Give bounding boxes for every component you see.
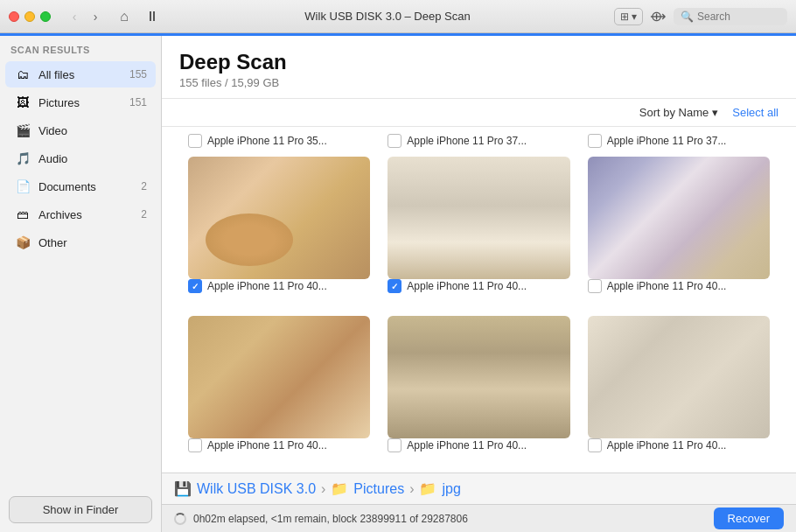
breadcrumb-drive[interactable]: Wilk USB DISK 3.0: [197, 481, 316, 497]
grid-row-2: Apple iPhone 11 Pro 40... Apple iPhone 1…: [179, 307, 779, 466]
breadcrumb-jpg[interactable]: jpg: [442, 481, 460, 497]
file-checkbox-4[interactable]: [188, 438, 202, 452]
show-in-finder-button[interactable]: Show in Finder: [9, 496, 152, 523]
page-title: Deep Scan: [179, 50, 779, 74]
file-name-5: Apple iPhone 11 Pro 40...: [407, 439, 527, 452]
sidebar-item-pictures[interactable]: 🖼 Pictures 151: [5, 89, 156, 116]
folder-icon-1: 📁: [331, 480, 348, 497]
content-toolbar: Sort by Name ▾ Select all: [162, 99, 796, 127]
list-item[interactable]: Apple iPhone 11 Pro 40...: [179, 307, 379, 466]
pictures-icon: 🖼: [14, 94, 31, 111]
file-name-3: Apple iPhone 11 Pro 40...: [607, 280, 727, 292]
sidebar-item-documents[interactable]: 📄 Documents 2: [5, 173, 156, 200]
list-item[interactable]: Apple iPhone 11 Pro 40...: [379, 307, 578, 466]
checkbox-partial-3[interactable]: [588, 134, 602, 148]
other-icon: 📦: [14, 234, 31, 251]
file-checkbox-5[interactable]: [388, 438, 401, 452]
breadcrumb-pictures[interactable]: Pictures: [353, 481, 404, 497]
sidebar-label-documents: Documents: [38, 180, 134, 193]
file-checkbox-1[interactable]: [188, 279, 202, 293]
video-icon: 🎬: [14, 122, 31, 139]
filter-button[interactable]: ⟴: [650, 8, 667, 24]
file-name-2: Apple iPhone 11 Pro 40...: [407, 280, 527, 292]
sort-button[interactable]: Sort by Name ▾: [639, 106, 718, 119]
sidebar-header: Scan results: [0, 36, 161, 60]
list-item[interactable]: Apple iPhone 11 Pro 40...: [579, 148, 779, 307]
titlebar-controls: ⊞ ▾ ⟴ 🔍: [614, 8, 787, 25]
pause-icon: ⏸: [145, 9, 159, 24]
sidebar-item-archives[interactable]: 🗃 Archives 2: [5, 201, 156, 228]
file-name-4: Apple iPhone 11 Pro 40...: [207, 439, 327, 452]
select-all-button[interactable]: Select all: [732, 106, 779, 119]
maximize-button[interactable]: [40, 11, 51, 22]
minimize-button[interactable]: [24, 11, 35, 22]
list-item[interactable]: Apple iPhone 11 Pro 40...: [179, 148, 379, 307]
close-button[interactable]: [9, 11, 19, 22]
view-button[interactable]: ⊞ ▾: [614, 8, 643, 25]
partial-item-3: Apple iPhone 11 Pro 37...: [579, 134, 779, 148]
file-label-row: Apple iPhone 11 Pro 40...: [388, 279, 569, 293]
file-grid: Apple iPhone 11 Pro 40... Apple iPhone 1…: [162, 148, 796, 472]
file-name-6: Apple iPhone 11 Pro 40...: [607, 439, 727, 452]
search-input[interactable]: [697, 10, 780, 23]
checkbox-partial-2[interactable]: [388, 134, 401, 148]
list-item[interactable]: Apple iPhone 11 Pro 40...: [579, 307, 779, 466]
file-thumbnail: [188, 157, 370, 279]
content-area: Deep Scan 155 files / 15,99 GB Sort by N…: [162, 36, 796, 532]
file-count: 155 files / 15,99 GB: [179, 76, 779, 89]
content-header: Deep Scan 155 files / 15,99 GB: [162, 36, 796, 99]
audio-icon: 🎵: [14, 150, 31, 167]
list-item[interactable]: Apple iPhone 11 Pro 40...: [379, 148, 578, 307]
sidebar-label-audio: Audio: [38, 152, 147, 165]
sidebar: Scan results 🗂 All files 155 🖼 Pictures …: [0, 36, 162, 532]
sidebar-badge-documents: 2: [141, 180, 147, 192]
status-text: 0h02m elapsed, <1m remain, block 2389991…: [193, 513, 707, 525]
path-sep-1: ›: [321, 481, 325, 497]
grid-row-1: Apple iPhone 11 Pro 40... Apple iPhone 1…: [179, 148, 779, 307]
sidebar-item-other[interactable]: 📦 Other: [5, 229, 156, 256]
file-name-1: Apple iPhone 11 Pro 40...: [207, 280, 327, 292]
documents-icon: 📄: [14, 178, 31, 195]
sidebar-label-video: Video: [38, 124, 147, 137]
sidebar-label-archives: Archives: [38, 208, 134, 221]
sidebar-item-audio[interactable]: 🎵 Audio: [5, 145, 156, 172]
file-label-row: Apple iPhone 11 Pro 40...: [588, 279, 770, 293]
all-files-icon: 🗂: [14, 66, 31, 83]
drive-icon: 💾: [174, 480, 192, 497]
partial-item-1: Apple iPhone 11 Pro 35...: [179, 134, 379, 148]
file-checkbox-6[interactable]: [588, 438, 602, 452]
window-title: Wilk USB DISK 3.0 – Deep Scan: [168, 10, 607, 23]
sidebar-label-other: Other: [38, 236, 147, 249]
sidebar-badge-all-files: 155: [129, 68, 147, 80]
checkbox-partial-1[interactable]: [188, 134, 202, 148]
sidebar-label-all-files: All files: [38, 68, 122, 81]
file-checkbox-3[interactable]: [588, 279, 602, 293]
file-thumbnail: [388, 157, 569, 279]
chevron-down-icon: ▾: [632, 10, 637, 23]
file-label-row: Apple iPhone 11 Pro 40...: [388, 438, 569, 452]
folder-icon-2: 📁: [419, 480, 436, 497]
sidebar-item-all-files[interactable]: 🗂 All files 155: [5, 61, 156, 88]
file-checkbox-2[interactable]: [388, 279, 401, 293]
filename-partial-2: Apple iPhone 11 Pro 37...: [407, 135, 527, 147]
progress-spinner: [174, 513, 186, 525]
home-button[interactable]: ⌂: [112, 4, 136, 29]
sidebar-label-pictures: Pictures: [38, 96, 122, 109]
partial-row: Apple iPhone 11 Pro 35... Apple iPhone 1…: [162, 127, 796, 148]
file-label-row: Apple iPhone 11 Pro 40...: [588, 438, 770, 452]
recover-button[interactable]: Recover: [714, 508, 784, 529]
filename-partial-3: Apple iPhone 11 Pro 37...: [607, 135, 727, 147]
filename-partial-1: Apple iPhone 11 Pro 35...: [207, 135, 327, 147]
breadcrumb-bar: 💾 Wilk USB DISK 3.0 › 📁 Pictures › 📁 jpg: [162, 472, 796, 504]
grid-icon: ⊞: [620, 10, 629, 23]
file-thumbnail: [188, 316, 370, 438]
file-thumbnail: [588, 316, 770, 438]
sidebar-item-video[interactable]: 🎬 Video: [5, 117, 156, 144]
titlebar: ‹ › ⌂ ⏸ Wilk USB DISK 3.0 – Deep Scan ⊞ …: [0, 0, 796, 33]
forward-button[interactable]: ›: [86, 7, 105, 26]
back-button[interactable]: ‹: [65, 7, 84, 26]
nav-buttons: ‹ ›: [65, 7, 105, 26]
sidebar-badge-pictures: 151: [129, 96, 147, 108]
status-bar: 0h02m elapsed, <1m remain, block 2389991…: [162, 504, 796, 532]
search-icon: 🔍: [681, 10, 694, 23]
